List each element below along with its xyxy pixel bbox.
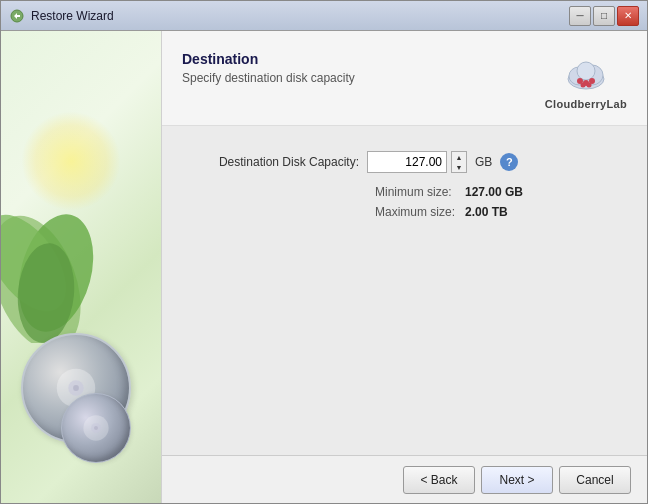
spinner: ▲ ▼: [451, 151, 467, 173]
unit-label: GB: [475, 155, 492, 169]
title-text: Restore Wizard: [31, 9, 114, 23]
main-content: Destination Specify destination disk cap…: [1, 31, 647, 503]
min-size-value: 127.00 GB: [465, 185, 523, 199]
header-text-block: Destination Specify destination disk cap…: [182, 51, 355, 85]
min-size-label: Minimum size:: [375, 185, 465, 199]
svg-point-18: [580, 83, 585, 88]
back-button[interactable]: < Back: [403, 466, 475, 494]
header-area: Destination Specify destination disk cap…: [162, 31, 647, 126]
page-title: Destination: [182, 51, 355, 67]
max-size-value: 2.00 TB: [465, 205, 508, 219]
spinner-down-button[interactable]: ▼: [452, 162, 466, 172]
logo-text: CloudberryLab: [545, 98, 627, 110]
spinner-up-button[interactable]: ▲: [452, 152, 466, 162]
form-area: Destination Disk Capacity: ▲ ▼ GB ? Mini…: [162, 126, 647, 455]
disk-capacity-row: Destination Disk Capacity: ▲ ▼ GB ?: [192, 151, 617, 173]
svg-point-19: [586, 83, 591, 88]
help-icon[interactable]: ?: [500, 153, 518, 171]
restore-wizard-window: Restore Wizard ─ □ ✕: [0, 0, 648, 504]
title-bar: Restore Wizard ─ □ ✕: [1, 1, 647, 31]
sidebar: [1, 31, 161, 503]
disk-capacity-label: Destination Disk Capacity:: [192, 155, 367, 169]
logo-area: CloudberryLab: [545, 51, 627, 110]
sidebar-cd-small: [61, 393, 131, 463]
title-bar-left: Restore Wizard: [9, 8, 114, 24]
svg-point-10: [94, 426, 98, 430]
cloudberry-logo-icon: [564, 51, 608, 94]
title-buttons: ─ □ ✕: [569, 6, 639, 26]
svg-point-7: [73, 385, 79, 391]
max-size-label: Maximum size:: [375, 205, 465, 219]
cancel-button[interactable]: Cancel: [559, 466, 631, 494]
input-group: ▲ ▼ GB ?: [367, 151, 518, 173]
maximize-button[interactable]: □: [593, 6, 615, 26]
next-button[interactable]: Next >: [481, 466, 553, 494]
minimize-button[interactable]: ─: [569, 6, 591, 26]
sidebar-plant-decoration: [1, 183, 116, 343]
app-icon: [9, 8, 25, 24]
close-button[interactable]: ✕: [617, 6, 639, 26]
footer: < Back Next > Cancel: [162, 455, 647, 503]
max-size-row: Maximum size: 2.00 TB: [375, 205, 617, 219]
min-size-row: Minimum size: 127.00 GB: [375, 185, 617, 199]
svg-point-14: [577, 62, 595, 80]
page-subtitle: Specify destination disk capacity: [182, 71, 355, 85]
content-panel: Destination Specify destination disk cap…: [161, 31, 647, 503]
disk-capacity-input[interactable]: [367, 151, 447, 173]
